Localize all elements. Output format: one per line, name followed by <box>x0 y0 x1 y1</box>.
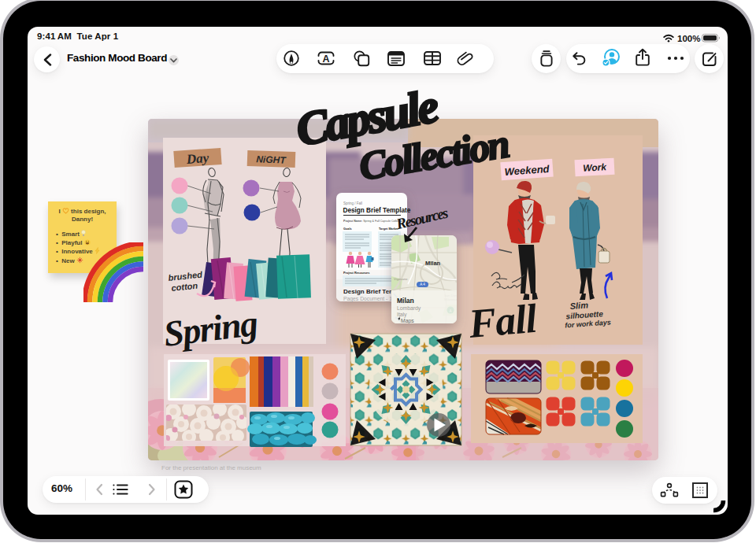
svg-text:NiGHT: NiGHT <box>256 153 287 165</box>
svg-text:Slim: Slim <box>569 300 588 311</box>
svg-text:Maps: Maps <box>401 318 414 324</box>
svg-text:A 4: A 4 <box>420 283 425 286</box>
svg-text:Day: Day <box>185 150 209 167</box>
svg-text:Lombardy: Lombardy <box>397 305 421 312</box>
svg-text:Work: Work <box>583 161 608 174</box>
svg-text:Spring / Fall: Spring / Fall <box>343 201 362 205</box>
svg-text:Goals: Goals <box>343 227 352 231</box>
svg-text:A: A <box>322 54 329 65</box>
svg-text:Pages Document - 1 M: Pages Document - 1 M <box>343 296 398 302</box>
svg-text:Milan: Milan <box>425 260 441 267</box>
svg-text:Target Market: Target Market <box>379 227 398 231</box>
svg-text:100%: 100% <box>677 34 700 43</box>
svg-text:Project Resources: Project Resources <box>343 272 369 275</box>
svg-text:Vigevano: Vigevano <box>394 277 408 281</box>
svg-text:Fall: Fall <box>466 296 539 346</box>
svg-text:Milan: Milan <box>397 297 414 305</box>
svg-text:Italy: Italy <box>397 312 407 318</box>
